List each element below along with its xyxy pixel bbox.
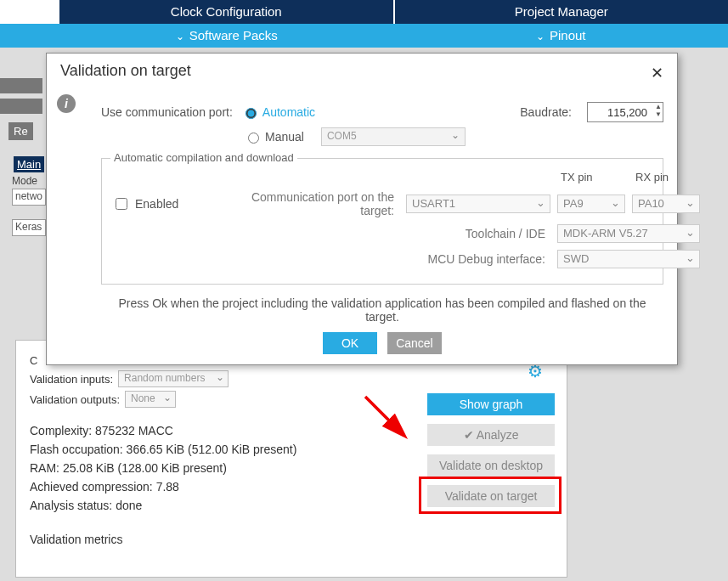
top-tab-clock[interactable]: Clock Configuration xyxy=(59,0,395,24)
chevron-down-icon: ⌄ xyxy=(536,31,545,42)
fieldset-legend: Automatic compilation and download xyxy=(110,151,297,164)
show-graph-button[interactable]: Show graph xyxy=(427,393,555,415)
dialog-title: Validation on target xyxy=(60,62,663,80)
cancel-button[interactable]: Cancel xyxy=(387,332,442,354)
validation-inputs-select[interactable]: Random numbers xyxy=(118,370,229,387)
comm-port-label: Use communication port: xyxy=(101,105,233,119)
sub-tab-pinout[interactable]: ⌄Pinout xyxy=(394,24,729,48)
mcu-debug-select[interactable]: SWD xyxy=(557,250,700,268)
auto-compile-fieldset: Automatic compilation and download TX pi… xyxy=(101,158,663,285)
bg-network-field[interactable]: netwo xyxy=(12,189,46,206)
hint-text: Press Ok when the project including the … xyxy=(101,296,663,324)
analysis-panel: C ⚙ Validation inputs: Random numbers Va… xyxy=(15,340,567,578)
comm-port-target-label: Communication port on the target: xyxy=(221,190,399,217)
sub-tab-blank xyxy=(0,24,59,48)
validation-outputs-select[interactable]: None xyxy=(125,391,176,408)
validate-desktop-button[interactable]: Validate on desktop xyxy=(427,454,555,477)
txpin-select[interactable]: PA9 xyxy=(557,195,625,213)
c-label: C xyxy=(30,354,37,367)
sub-tabs: ⌄Software Packs ⌄Pinout xyxy=(0,24,728,48)
close-icon[interactable]: ✕ xyxy=(651,64,663,82)
validation-inputs-label: Validation inputs: xyxy=(30,373,113,386)
bg-main-tab[interactable]: Main xyxy=(14,156,44,172)
bg-mode-label: Mode xyxy=(12,175,37,187)
ok-button[interactable]: OK xyxy=(323,332,377,354)
usart-select[interactable]: USART1 xyxy=(406,195,550,213)
spinner-icon[interactable]: ▲▼ xyxy=(655,103,662,118)
radio-manual[interactable]: Manual xyxy=(244,130,304,144)
toolchain-label: Toolchain / IDE xyxy=(221,227,550,240)
toolchain-select[interactable]: MDK-ARM V5.27 xyxy=(557,224,700,243)
analyze-button[interactable]: ✔ Analyze xyxy=(427,424,555,446)
mcu-debug-label: MCU Debug interface: xyxy=(221,252,550,266)
chevron-down-icon: ⌄ xyxy=(176,31,184,42)
bg-re-button[interactable]: Re xyxy=(8,122,33,140)
baudrate-input[interactable] xyxy=(587,102,663,122)
txpin-header: TX pin xyxy=(557,171,625,183)
validation-outputs-label: Validation outputs: xyxy=(30,393,120,406)
rxpin-select[interactable]: PA10 xyxy=(632,195,700,213)
info-icon[interactable]: i xyxy=(57,94,76,113)
sub-tab-packs[interactable]: ⌄Software Packs xyxy=(59,24,394,48)
rxpin-header: RX pin xyxy=(632,171,700,183)
baudrate-label: Baudrate: xyxy=(520,105,572,119)
top-tabs: Clock Configuration Project Manager xyxy=(0,0,728,24)
top-tab-blank[interactable] xyxy=(0,0,59,24)
highlight-box xyxy=(419,477,562,514)
bg-keras-field[interactable]: Keras xyxy=(12,219,46,236)
check-icon: ✔ xyxy=(464,428,477,442)
manual-port-select[interactable]: COM5 xyxy=(321,127,466,146)
metrics-heading: Validation metrics xyxy=(30,530,553,549)
enabled-checkbox[interactable]: Enabled xyxy=(112,195,214,212)
arrow-icon xyxy=(347,392,424,443)
top-tab-project[interactable]: Project Manager xyxy=(395,0,729,24)
svg-line-0 xyxy=(365,397,404,435)
validation-on-target-dialog: Validation on target ✕ i Use communicati… xyxy=(46,53,678,365)
radio-automatic[interactable]: Automatic xyxy=(241,105,315,119)
